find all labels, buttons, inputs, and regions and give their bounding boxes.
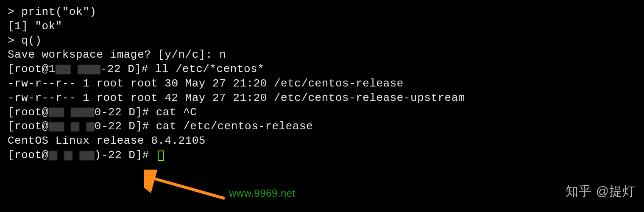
redacted-hostname <box>49 151 57 160</box>
r-output: [1] "ok" <box>8 20 62 34</box>
redacted-hostname <box>78 65 100 74</box>
r-output-line: [1] "ok" <box>8 20 636 34</box>
terminal-output[interactable]: > print("ok") [1] "ok" > q() Save worksp… <box>8 5 636 163</box>
ls-output-line: -rw-r--r-- 1 root root 30 May 27 21:20 /… <box>8 77 636 91</box>
prompt-prefix: [root@1 <box>8 62 56 77</box>
r-quit-line: > q() <box>8 34 636 48</box>
shell-prompt-1: [root@1 -22 D]# ll /etc/*centos* <box>8 62 636 77</box>
svg-line-1 <box>149 177 225 198</box>
ls-output-line: -rw-r--r-- 1 root root 42 May 27 21:20 /… <box>8 91 636 106</box>
r-prompt-line: > print("ok") <box>8 5 636 20</box>
command-cat-cancel: 0-22 D]# cat ^C <box>95 106 197 120</box>
r-save-prompt-line: Save workspace image? [y/n/c]: n <box>8 48 636 62</box>
r-print-call: > print("ok") <box>8 5 96 20</box>
centos-version: CentOS Linux release 8.4.2105 <box>8 134 206 148</box>
redacted-hostname <box>49 123 64 131</box>
redacted-hostname <box>56 65 70 74</box>
shell-prompt-3: [root@ 0-22 D]# cat /etc/centos-release <box>8 120 636 134</box>
redacted-hostname <box>71 108 86 117</box>
ls-row-1: -rw-r--r-- 1 root root 30 May 27 21:20 /… <box>8 77 404 91</box>
prompt-suffix: )-22 D]# <box>95 148 156 163</box>
redacted-hostname <box>49 108 64 117</box>
ls-row-2: -rw-r--r-- 1 root root 42 May 27 21:20 /… <box>8 91 465 106</box>
redacted-hostname <box>80 151 94 160</box>
r-quit-call: > q() <box>8 34 42 48</box>
shell-prompt-2: [root@ 0-22 D]# cat ^C <box>8 106 636 120</box>
zhihu-watermark: 知乎 @提灯 <box>566 183 636 199</box>
prompt-prefix: [root@ <box>8 120 49 134</box>
prompt-prefix: [root@ <box>8 148 49 163</box>
terminal-cursor[interactable] <box>158 151 164 161</box>
command-cat-release: 0-22 D]# cat /etc/centos-release <box>95 120 313 134</box>
redacted-hostname <box>71 123 79 131</box>
r-save-prompt: Save workspace image? [y/n/c]: n <box>8 48 226 62</box>
redacted-hostname <box>86 123 94 131</box>
prompt-prefix: [root@ <box>8 106 49 120</box>
shell-prompt-4[interactable]: [root@ )-22 D]# <box>8 148 636 163</box>
url-watermark: www.9969.net <box>229 187 296 200</box>
redacted-hostname <box>86 108 94 117</box>
redacted-hostname <box>64 151 72 160</box>
annotation-arrow: www.9969.net <box>144 170 254 208</box>
centos-release-output: CentOS Linux release 8.4.2105 <box>8 134 636 148</box>
command-ll: -22 D]# ll /etc/*centos* <box>100 62 264 77</box>
